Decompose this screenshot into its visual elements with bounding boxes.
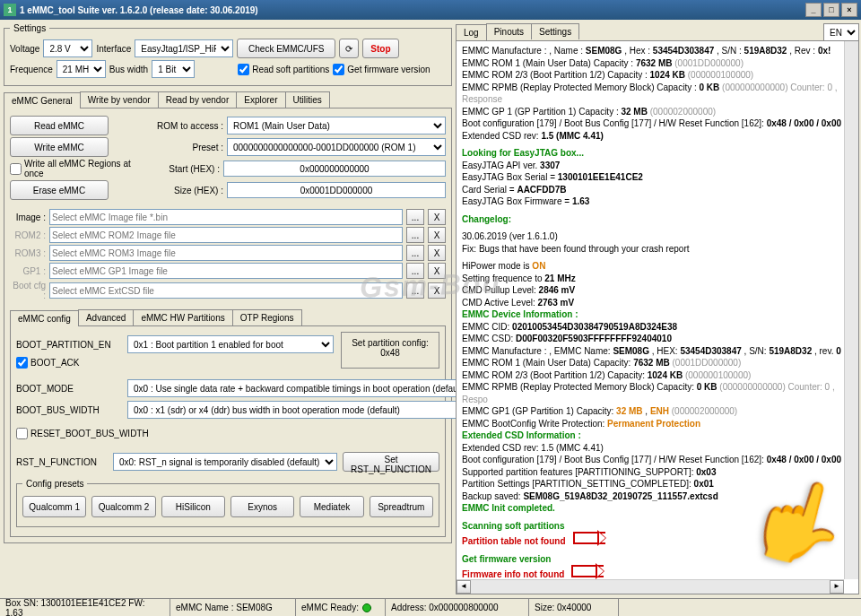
arrow-icon bbox=[571, 565, 604, 577]
write-all-check[interactable]: Write all eMMC Regions at once bbox=[10, 159, 144, 178]
preset-mediatek[interactable]: Mediatek bbox=[300, 496, 363, 517]
scrollbar-horizontal[interactable]: ◄► bbox=[457, 579, 844, 594]
bus-select[interactable]: 1 Bit bbox=[152, 60, 195, 78]
main-tabs: eMMC General Write by vendor Read by ven… bbox=[4, 91, 452, 108]
bootcfg-label: Boot cfg : bbox=[10, 281, 46, 300]
maximize-button[interactable]: □ bbox=[823, 3, 839, 17]
bpe-select[interactable]: 0x1 : Boot partition 1 enabled for boot bbox=[127, 335, 334, 353]
refresh-button[interactable]: ⟳ bbox=[339, 39, 359, 58]
tab-log[interactable]: Log bbox=[456, 24, 487, 40]
voltage-label: Voltage bbox=[10, 44, 39, 54]
bbw-select[interactable]: 0x0 : x1 (sdr) or x4 (ddr) bus width in … bbox=[127, 401, 456, 419]
preset-label: Preset : bbox=[152, 143, 223, 152]
right-tabs: Log Pinouts Settings bbox=[456, 23, 578, 39]
minimize-button[interactable]: _ bbox=[805, 3, 822, 17]
interface-select[interactable]: EasyJtag1/ISP_HiPow bbox=[135, 39, 233, 57]
preset-qualcomm2[interactable]: Qualcomm 2 bbox=[91, 496, 155, 517]
set-rstn-button[interactable]: Set RST_N_FUNCTION bbox=[343, 452, 439, 472]
rom2-browse[interactable]: ... bbox=[406, 227, 424, 243]
start-input[interactable] bbox=[223, 161, 446, 177]
status-name: eMMC Name : SEM08G bbox=[170, 599, 296, 616]
tab-otp-regions[interactable]: OTP Regions bbox=[232, 309, 302, 325]
write-emmc-button[interactable]: Write eMMC bbox=[10, 137, 109, 157]
log-area: EMMC Manufacture : , Name : SEM08G , Hex… bbox=[456, 40, 859, 594]
tab-emmc-general[interactable]: eMMC General bbox=[4, 92, 81, 108]
image-clear[interactable]: X bbox=[428, 209, 446, 225]
bootcfg-clear[interactable]: X bbox=[428, 282, 446, 299]
tab-write-vendor[interactable]: Write by vendor bbox=[80, 91, 159, 108]
rom2-input bbox=[49, 227, 403, 243]
gp1-clear[interactable]: X bbox=[428, 263, 446, 279]
general-pane: Read eMMC ROM to access : ROM1 (Main Use… bbox=[4, 108, 452, 543]
config-pane: BOOT_PARTITION_EN0x1 : Boot partition 1 … bbox=[10, 326, 446, 537]
bus-label: Bus width bbox=[109, 65, 148, 74]
tab-explorer[interactable]: Explorer bbox=[236, 91, 285, 108]
stop-button[interactable]: Stop bbox=[362, 39, 398, 58]
gp1-browse[interactable]: ... bbox=[406, 263, 424, 279]
bmode-label: BOOT_MODE bbox=[16, 384, 122, 394]
arrow-icon bbox=[573, 532, 605, 544]
rom3-label: ROM3 : bbox=[10, 248, 46, 258]
voltage-select[interactable]: 2.8 V bbox=[43, 39, 92, 57]
reset-bbw-check[interactable]: RESET_BOOT_BUS_WIDTH bbox=[16, 428, 439, 439]
tab-pinouts[interactable]: Pinouts bbox=[486, 23, 532, 39]
tab-emmc-config[interactable]: eMMC config bbox=[10, 310, 79, 326]
check-emmc-button[interactable]: Check EMMC/UFS bbox=[237, 39, 335, 58]
preset-select[interactable]: 0000000000000000-0001DD000000 (ROM 1) bbox=[227, 138, 446, 156]
config-tabs: eMMC config Advanced eMMC HW Partitions … bbox=[10, 309, 446, 326]
presets-group: Config presets Qualcomm 1 Qualcomm 2 HiS… bbox=[16, 479, 439, 527]
rstn-select[interactable]: 0x0: RST_n signal is temporarily disable… bbox=[113, 453, 337, 471]
scrollbar-vertical[interactable] bbox=[844, 41, 858, 579]
settings-group: Settings Voltage 2.8 V Interface EasyJta… bbox=[4, 23, 452, 86]
freq-select[interactable]: 21 MHz bbox=[57, 60, 106, 78]
gp1-label: GP1 : bbox=[10, 266, 46, 276]
size-input[interactable] bbox=[227, 182, 446, 198]
status-ready: eMMC Ready: bbox=[296, 599, 386, 616]
tab-read-vendor[interactable]: Read by vendor bbox=[158, 91, 238, 108]
status-box: Box SN: 1300101EE1E41CE2 FW: 1.63 bbox=[0, 599, 170, 616]
rom-access-select[interactable]: ROM1 (Main User Data) bbox=[227, 117, 446, 134]
title-bar: 1 1 eMMC_tool Suite ver. 1.6.2.0 (releas… bbox=[0, 0, 861, 20]
image-label: Image : bbox=[10, 213, 46, 222]
preset-hisilicon[interactable]: HiSilicon bbox=[161, 496, 225, 517]
rom-access-label: ROM to access : bbox=[152, 121, 223, 131]
image-browse[interactable]: ... bbox=[406, 209, 424, 225]
rom3-input bbox=[49, 245, 403, 261]
bootcfg-input bbox=[49, 282, 403, 299]
erase-emmc-button[interactable]: Erase eMMC bbox=[10, 180, 109, 200]
set-partition-box[interactable]: Set partition config:0x48 bbox=[341, 332, 439, 369]
read-soft-check[interactable]: Read soft partitions bbox=[238, 64, 329, 75]
tab-utilities[interactable]: Utilities bbox=[285, 91, 330, 108]
close-button[interactable]: × bbox=[841, 3, 857, 17]
rom3-clear[interactable]: X bbox=[428, 245, 446, 261]
status-size: Size: 0x40000 bbox=[529, 599, 619, 616]
ready-led-icon bbox=[362, 603, 371, 612]
app-icon: 1 bbox=[4, 4, 16, 16]
interface-label: Interface bbox=[96, 44, 131, 54]
bootcfg-browse[interactable]: ... bbox=[406, 282, 424, 299]
window-title: 1 eMMC_tool Suite ver. 1.6.2.0 (release … bbox=[20, 5, 258, 15]
bmode-select[interactable]: 0x0 : Use single data rate + backward co… bbox=[127, 379, 456, 397]
settings-legend: Settings bbox=[10, 23, 49, 33]
rom2-label: ROM2 : bbox=[10, 230, 46, 240]
image-input[interactable] bbox=[49, 209, 403, 225]
status-bar: Box SN: 1300101EE1E41CE2 FW: 1.63 eMMC N… bbox=[0, 598, 861, 616]
get-fw-check[interactable]: Get firmware version bbox=[333, 64, 430, 75]
rstn-label: RST_N_FUNCTION bbox=[16, 457, 108, 467]
boot-ack-check[interactable]: BOOT_ACK bbox=[16, 357, 334, 369]
rom3-browse[interactable]: ... bbox=[406, 245, 424, 261]
tab-settings[interactable]: Settings bbox=[531, 23, 579, 39]
lang-select[interactable]: EN bbox=[823, 23, 859, 41]
read-emmc-button[interactable]: Read eMMC bbox=[10, 116, 109, 135]
tab-hw-partitions[interactable]: eMMC HW Partitions bbox=[133, 309, 232, 325]
preset-qualcomm1[interactable]: Qualcomm 1 bbox=[22, 496, 86, 517]
size-label: Size (HEX) : bbox=[152, 186, 223, 195]
bbw-label: BOOT_BUS_WIDTH bbox=[16, 405, 122, 415]
preset-exynos[interactable]: Exynos bbox=[230, 496, 294, 517]
preset-spreadtrum[interactable]: Spreadtrum bbox=[370, 496, 433, 517]
tab-advanced[interactable]: Advanced bbox=[78, 309, 134, 325]
rom2-clear[interactable]: X bbox=[428, 227, 446, 243]
gp1-input bbox=[49, 263, 403, 279]
freq-label: Frequence bbox=[10, 65, 53, 74]
bpe-label: BOOT_PARTITION_EN bbox=[16, 340, 122, 350]
